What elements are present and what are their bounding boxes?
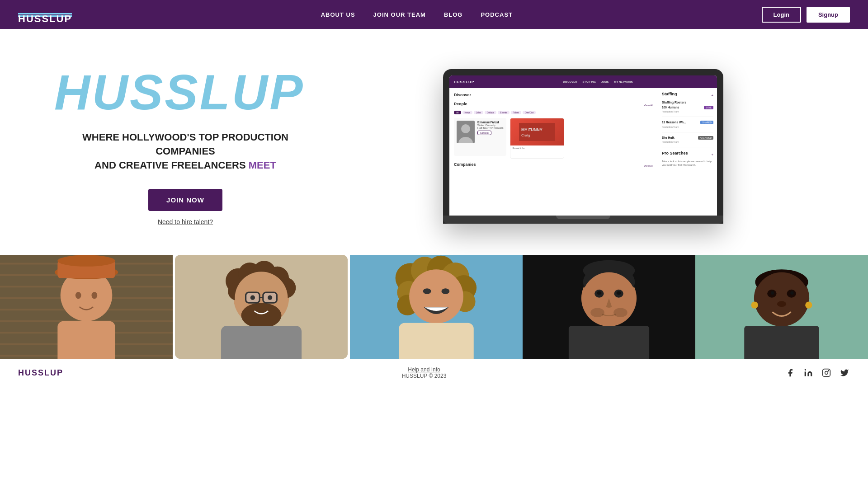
svg-point-74 — [771, 291, 774, 295]
hero-big-title: HUSSLUP — [54, 67, 316, 117]
svg-rect-82 — [823, 369, 830, 377]
tag-news: News — [462, 111, 473, 114]
connect-button[interactable]: Connect — [477, 131, 491, 135]
laptop-nav-discover: DISCOVER — [563, 80, 577, 83]
navbar-logo[interactable]: HUSSLUP — [18, 12, 72, 17]
facebook-icon[interactable] — [785, 367, 796, 378]
svg-point-81 — [805, 369, 806, 371]
staffing-item-3: She Hulk Production Team ARCHIVED — [662, 136, 713, 147]
laptop-nav-staffing: STAFFING — [583, 80, 596, 83]
event-card: MY FUNNY Craig Event info — [510, 118, 564, 159]
hero-section: HUSSLUP WHERE HOLLYWOOD'S TOP PRODUCTION… — [0, 29, 868, 255]
footer: HUSSLUP Help and Info HUSSLUP © 2023 — [0, 359, 868, 386]
staffing-item-1: 100 Humans Production Team SAVE — [662, 106, 713, 117]
person-info: Emanuel West Writer Comedy Half-hour TV … — [477, 121, 504, 153]
navbar-links: ABOUT US JOIN OUR TEAM BLOG PODCAST — [321, 10, 513, 19]
tag-talent: Talent — [511, 111, 521, 114]
nav-link-podcast[interactable]: PODCAST — [481, 11, 513, 18]
svg-rect-25 — [57, 321, 115, 359]
staffing-item3-title: She Hulk — [662, 136, 679, 140]
people-title: People — [454, 102, 467, 106]
svg-point-75 — [790, 291, 794, 295]
svg-point-66 — [613, 308, 627, 317]
join-now-button[interactable]: JOIN NOW — [148, 189, 222, 211]
nav-link-blog[interactable]: BLOG — [444, 11, 463, 18]
nav-item-about[interactable]: ABOUT US — [321, 10, 355, 19]
footer-social — [785, 367, 850, 378]
hero-left: HUSSLUP WHERE HOLLYWOOD'S TOP PRODUCTION… — [54, 67, 316, 225]
staffing-item1-title: 100 Humans — [662, 106, 679, 109]
person-photo-1 — [0, 255, 173, 359]
hire-talent-link[interactable]: Need to hire talent? — [54, 218, 316, 225]
svg-point-76 — [777, 301, 786, 307]
svg-rect-67 — [569, 326, 649, 359]
hero-tagline-meet: MEET — [249, 160, 276, 171]
nav-item-join[interactable]: JOIN OUR TEAM — [373, 10, 426, 19]
nav-link-about[interactable]: ABOUT US — [321, 11, 355, 18]
staffing-item-2: 13 Reasons Wh... Production Team SHARED — [662, 121, 713, 132]
twitter-icon[interactable] — [839, 367, 850, 378]
event-text: Event info — [510, 145, 564, 151]
laptop-main-panel: Discover People View All All News Jobs C… — [449, 88, 658, 216]
nav-item-podcast[interactable]: PODCAST — [481, 10, 513, 19]
person-card: Emanuel West Writer Comedy Half-hour TV … — [454, 118, 506, 156]
svg-point-40 — [268, 296, 272, 300]
laptop-topbar: HUSSLUP DISCOVER STAFFING JOBS MY NETWOR… — [449, 75, 717, 88]
laptop-nav: DISCOVER STAFFING JOBS MY NETWORK — [483, 80, 712, 83]
pro-searches-desc: Take a look at this sample we created to… — [662, 160, 713, 167]
svg-rect-80 — [805, 372, 806, 376]
person-network: Half-hour TV Network — [477, 127, 504, 129]
tag-events: Events — [498, 111, 509, 114]
staffing-title: Staffing — [662, 92, 677, 96]
hero-right: HUSSLUP DISCOVER STAFFING JOBS MY NETWOR… — [335, 69, 832, 224]
photo-strip — [0, 255, 868, 359]
photo-item-1 — [0, 255, 173, 359]
person-photo-3 — [350, 255, 523, 359]
nav-link-join[interactable]: JOIN OUR TEAM — [373, 11, 426, 18]
hero-subtitle: WHERE HOLLYWOOD'S TOP PRODUCTION COMPANI… — [54, 131, 316, 172]
help-info-link[interactable]: Help and Info — [408, 366, 440, 373]
staffing-item2-sub: Production Team — [662, 126, 686, 128]
people-view-all: View All — [644, 104, 653, 107]
linkedin-icon[interactable] — [803, 367, 814, 378]
person-name: Emanuel West — [477, 121, 504, 124]
svg-point-52 — [409, 269, 463, 324]
svg-point-1 — [461, 124, 470, 133]
footer-center: Help and Info HUSSLUP © 2023 — [402, 366, 447, 379]
badge-save: SAVE — [704, 106, 713, 109]
photo-item-4 — [523, 255, 695, 359]
laptop-nav-network: MY NETWORK — [614, 80, 633, 83]
badge-archived: ARCHIVED — [698, 136, 713, 140]
laptop-mockup: HUSSLUP DISCOVER STAFFING JOBS MY NETWOR… — [443, 69, 723, 224]
svg-point-63 — [597, 291, 601, 295]
laptop-logo: HUSSLUP — [454, 80, 474, 84]
staffing-item1-sub: Production Team — [662, 110, 679, 113]
staffing-item3-sub: Production Team — [662, 141, 679, 143]
hero-tagline-part1: WHERE HOLLYWOOD'S TOP PRODUCTION COMPANI… — [82, 131, 288, 157]
person-photo-2 — [175, 255, 348, 359]
instagram-icon[interactable] — [821, 367, 832, 378]
companies-view-all: View All — [644, 164, 653, 167]
laptop-nav-jobs: JOBS — [601, 80, 609, 83]
hero-tagline-part2: AND CREATIVE FREELANCERS — [94, 160, 246, 171]
svg-point-23 — [75, 292, 81, 299]
svg-point-39 — [250, 296, 255, 300]
navbar-actions: Login Signup — [762, 7, 850, 23]
logo-text: HUSSLUP — [18, 13, 72, 14]
svg-point-84 — [828, 371, 829, 371]
svg-point-35 — [241, 303, 281, 328]
event-svg: MY FUNNY Craig — [519, 123, 555, 141]
staffing-rosters-title: Staffing Rosters — [662, 101, 713, 104]
laptop-screen: HUSSLUP DISCOVER STAFFING JOBS MY NETWOR… — [449, 75, 717, 216]
event-image: MY FUNNY Craig — [510, 118, 564, 145]
nav-item-blog[interactable]: BLOG — [444, 10, 463, 19]
tag-collabs: Collabs — [485, 111, 497, 114]
signup-button[interactable]: Signup — [807, 7, 850, 23]
login-button[interactable]: Login — [762, 7, 801, 23]
svg-point-54 — [441, 288, 449, 294]
laptop-outer: HUSSLUP DISCOVER STAFFING JOBS MY NETWOR… — [443, 69, 723, 224]
companies-title: Companies — [454, 162, 476, 167]
svg-rect-41 — [221, 326, 302, 359]
person-photo-4 — [523, 255, 695, 359]
svg-point-24 — [91, 292, 97, 299]
